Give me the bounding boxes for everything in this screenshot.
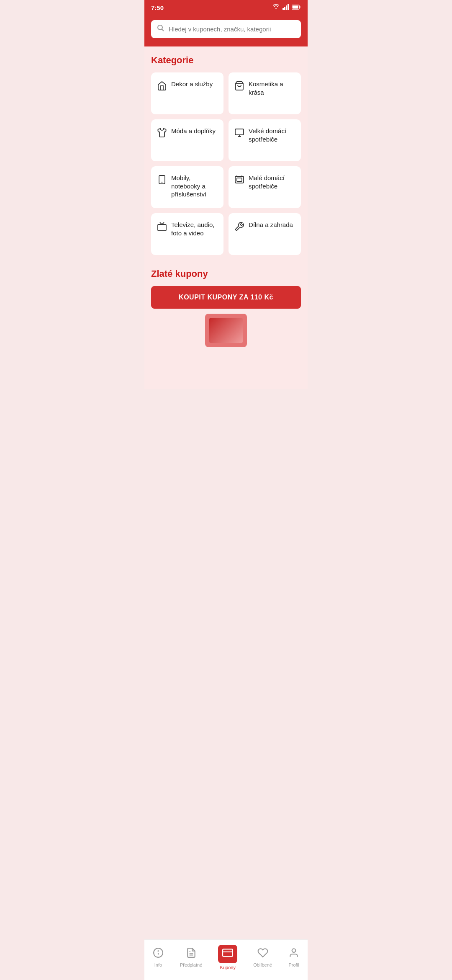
svg-rect-16 bbox=[237, 178, 242, 181]
kosmetika-icon bbox=[234, 81, 244, 93]
main-content: Kategorie Dekor a služby Kosmetika a k bbox=[144, 46, 308, 389]
nav-item-info[interactable]: Info bbox=[146, 946, 171, 969]
svg-line-8 bbox=[162, 29, 164, 31]
svg-rect-6 bbox=[293, 6, 298, 9]
status-bar: 7:50 bbox=[144, 0, 308, 15]
moda-icon bbox=[157, 128, 167, 140]
velke-icon bbox=[234, 128, 244, 140]
search-container bbox=[144, 15, 308, 46]
svg-rect-10 bbox=[235, 129, 244, 135]
category-item-mobily[interactable]: Mobily, notebooky a příslušenství bbox=[151, 166, 223, 208]
coupon-preview-image bbox=[205, 314, 247, 347]
mobily-icon bbox=[157, 175, 167, 187]
nav-item-oblibene[interactable]: Oblíbené bbox=[247, 946, 279, 969]
search-icon bbox=[157, 24, 164, 34]
search-input[interactable] bbox=[169, 26, 295, 33]
search-bar[interactable] bbox=[151, 20, 301, 38]
male-icon bbox=[234, 175, 244, 187]
velke-label: Velké domácí spotřebiče bbox=[249, 127, 295, 143]
kupony-icon-wrapper bbox=[218, 945, 237, 963]
buy-coupons-button[interactable]: KOUPIT KUPONY ZA 110 Kč bbox=[151, 286, 301, 309]
nav-label-predplatne: Předplatné bbox=[180, 962, 202, 967]
svg-rect-5 bbox=[300, 6, 300, 8]
nav-label-profil: Profil bbox=[288, 962, 299, 967]
male-label: Malé domácí spotřebiče bbox=[249, 174, 295, 190]
bottom-navigation: Info Předplatné Kupony bbox=[144, 939, 308, 980]
category-item-velke[interactable]: Velké domácí spotřebiče bbox=[229, 119, 301, 161]
battery-icon bbox=[292, 4, 301, 11]
moda-label: Móda a doplňky bbox=[171, 127, 216, 135]
profil-nav-icon bbox=[288, 947, 299, 961]
category-item-dilna[interactable]: Dílna a zahrada bbox=[229, 213, 301, 255]
svg-rect-15 bbox=[235, 176, 244, 183]
category-item-male[interactable]: Malé domácí spotřebiče bbox=[229, 166, 301, 208]
status-icons bbox=[272, 4, 301, 11]
dekor-icon bbox=[157, 81, 167, 93]
televize-icon bbox=[157, 222, 167, 234]
signal-icon bbox=[282, 4, 289, 11]
golden-coupons-title: Zlaté kupony bbox=[151, 268, 301, 279]
kosmetika-label: Kosmetika a krása bbox=[249, 80, 295, 96]
svg-rect-3 bbox=[288, 4, 289, 10]
nav-label-oblibene: Oblíbené bbox=[253, 962, 272, 967]
category-grid: Dekor a služby Kosmetika a krása Móda a … bbox=[151, 72, 301, 255]
oblibene-nav-icon bbox=[257, 947, 268, 961]
svg-rect-2 bbox=[286, 5, 287, 10]
categories-title: Kategorie bbox=[151, 55, 301, 66]
category-item-kosmetika[interactable]: Kosmetika a krása bbox=[229, 72, 301, 114]
nav-item-profil[interactable]: Profil bbox=[281, 946, 306, 969]
nav-label-kupony: Kupony bbox=[220, 965, 236, 970]
category-item-moda[interactable]: Móda a doplňky bbox=[151, 119, 223, 161]
svg-rect-1 bbox=[284, 7, 285, 10]
nav-item-predplatne[interactable]: Předplatné bbox=[173, 946, 209, 969]
televize-label: Televize, audio, foto a video bbox=[171, 221, 218, 237]
predplatne-nav-icon bbox=[186, 947, 197, 961]
svg-rect-0 bbox=[282, 8, 284, 10]
category-item-televize[interactable]: Televize, audio, foto a video bbox=[151, 213, 223, 255]
svg-point-27 bbox=[292, 949, 296, 952]
nav-label-info: Info bbox=[154, 962, 162, 967]
svg-rect-25 bbox=[223, 949, 233, 956]
svg-point-7 bbox=[158, 25, 162, 30]
svg-rect-19 bbox=[158, 224, 166, 231]
status-time: 7:50 bbox=[151, 4, 164, 11]
wifi-icon bbox=[272, 4, 280, 11]
info-nav-icon bbox=[153, 947, 164, 961]
dekor-label: Dekor a služby bbox=[171, 80, 213, 88]
dilna-icon bbox=[234, 222, 244, 234]
coupon-preview-inner bbox=[209, 318, 243, 343]
category-item-dekor[interactable]: Dekor a služby bbox=[151, 72, 223, 114]
nav-item-kupony[interactable]: Kupony bbox=[211, 943, 244, 972]
mobily-label: Mobily, notebooky a příslušenství bbox=[171, 174, 218, 199]
dilna-label: Dílna a zahrada bbox=[249, 221, 293, 229]
kupony-nav-icon bbox=[222, 949, 233, 960]
